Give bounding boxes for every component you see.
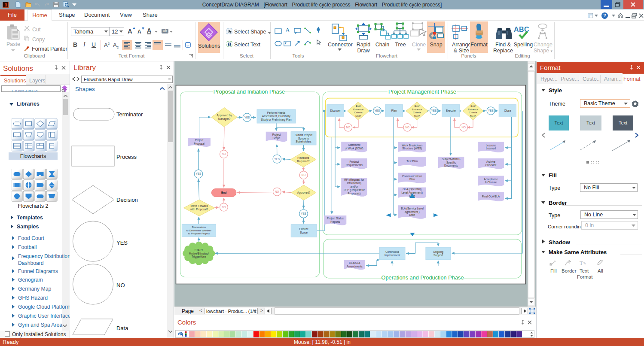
svg-text:Criteria: Criteria <box>354 111 363 114</box>
svg-text:Revisions: Revisions <box>297 156 309 159</box>
svg-text:Criteria: Criteria <box>413 111 421 114</box>
svg-text:Scope: Scope <box>300 231 308 234</box>
svg-text:Criteria: Criteria <box>469 111 477 114</box>
svg-text:Acceptance: Acceptance <box>484 178 498 181</box>
svg-text:RFI (Request for: RFI (Request for <box>344 178 364 182</box>
svg-text:Ongoing: Ongoing <box>433 250 443 254</box>
svg-text:Checklist: Checklist <box>485 164 497 167</box>
svg-text:YES: YES <box>244 116 250 119</box>
svg-text:Test Plan: Test Plan <box>406 160 418 163</box>
svg-text:Approved by: Approved by <box>217 114 232 117</box>
svg-text:& Closure: & Closure <box>485 181 497 184</box>
svg-text:Final OLA/SLA: Final OLA/SLA <box>482 195 500 198</box>
svg-text:Met?: Met? <box>355 115 361 117</box>
svg-text:Execute: Execute <box>446 109 456 112</box>
svg-text:NO: NO <box>275 190 279 193</box>
svg-text:Amendments: Amendments <box>347 265 363 268</box>
svg-text:Entrance: Entrance <box>468 108 479 111</box>
svg-text:YES: YES <box>488 109 494 112</box>
svg-text:Structure (WBS): Structure (WBS) <box>402 147 422 150</box>
svg-text:Move Forward: Move Forward <box>190 204 208 207</box>
svg-text:NO: NO <box>461 126 466 129</box>
svg-text:and/or: and/or <box>350 185 358 188</box>
svg-text:with Proposal?: with Proposal? <box>190 208 208 211</box>
svg-text:Entrance: Entrance <box>412 108 423 111</box>
svg-text:Product: Product <box>350 160 359 163</box>
svg-text:Work Breakdown: Work Breakdown <box>402 144 422 147</box>
svg-text:Proposals): Proposals) <box>348 192 360 195</box>
svg-text:Perform Needs: Perform Needs <box>267 111 285 114</box>
svg-text:Scope to: Scope to <box>298 137 309 140</box>
svg-text:Specific: Specific <box>446 161 456 164</box>
svg-text:Documents: Documents <box>444 164 458 167</box>
svg-text:Lessons: Lessons <box>486 144 496 147</box>
svg-text:to Propose Project: to Propose Project <box>188 232 210 235</box>
svg-text:Exit/: Exit/ <box>356 105 361 107</box>
svg-text:NO: NO <box>346 126 351 129</box>
svg-text:End: End <box>221 191 227 194</box>
svg-text:SLA (Service Level: SLA (Service Level <box>401 207 424 210</box>
svg-text:Learned: Learned <box>486 147 496 150</box>
svg-text:Plan: Plan <box>409 178 415 181</box>
svg-text:Proposal: Proposal <box>194 142 204 146</box>
svg-text:Archive: Archive <box>486 160 495 163</box>
svg-text:NO: NO <box>302 173 306 176</box>
svg-text:Assessment, Feasibility: Assessment, Feasibility <box>262 115 291 118</box>
svg-text:Reports: Reports <box>330 220 340 224</box>
svg-text:Exit/: Exit/ <box>470 105 476 107</box>
svg-text:Exit/: Exit/ <box>415 105 420 107</box>
svg-text:YES: YES <box>274 158 280 161</box>
svg-text:Project: Project <box>272 133 281 137</box>
svg-text:YES: YES <box>301 212 306 215</box>
svg-text:Plan: Plan <box>391 109 397 112</box>
svg-text:Motive/Stimulus/: Motive/Stimulus/ <box>189 252 209 255</box>
svg-text:Entrance: Entrance <box>353 108 364 111</box>
svg-text:NO: NO <box>222 152 226 155</box>
svg-text:Approved?: Approved? <box>297 191 311 194</box>
svg-text:to Determine whether: to Determine whether <box>186 229 211 232</box>
svg-text:Proposal and Initiation Phase: Proposal and Initiation Phase <box>214 88 285 95</box>
svg-text:Communications: Communications <box>402 175 422 178</box>
svg-text:Continuous: Continuous <box>385 250 399 253</box>
svg-text:RFP (Request for: RFP (Request for <box>344 188 365 192</box>
svg-text:Project Status: Project Status <box>327 217 344 220</box>
svg-text:YES: YES <box>196 172 201 175</box>
svg-text:START: START <box>195 249 203 252</box>
svg-text:Discover: Discover <box>330 109 341 112</box>
svg-text:Manager?: Manager? <box>218 117 231 121</box>
svg-text:OLA (Operating: OLA (Operating <box>403 188 421 191</box>
svg-text:YES: YES <box>375 109 380 112</box>
svg-text:Finalize: Finalize <box>299 228 308 231</box>
svg-text:Met?: Met? <box>414 115 420 117</box>
svg-text:Required?: Required? <box>297 160 310 163</box>
svg-text:Support: Support <box>433 254 443 257</box>
svg-text:Scope: Scope <box>273 137 281 140</box>
svg-text:Project Management Phase: Project Management Phase <box>388 88 456 95</box>
svg-text:Agreement ): Agreement ) <box>405 210 420 214</box>
svg-text:NO: NO <box>405 126 409 129</box>
svg-text:Draft: Draft <box>409 213 415 216</box>
svg-text:Information): Information) <box>347 182 362 185</box>
svg-text:Improvement: Improvement <box>385 254 400 257</box>
svg-text:Subject-Matter-: Subject-Matter- <box>442 158 461 161</box>
svg-text:Statement: Statement <box>348 143 360 146</box>
svg-text:Requirements: Requirements <box>346 164 363 167</box>
svg-text:Discussions: Discussions <box>192 225 206 228</box>
svg-text:Trigger/Idea: Trigger/Idea <box>192 255 206 258</box>
svg-text:NO: NO <box>222 206 226 209</box>
svg-text:Submit Project: Submit Project <box>295 134 312 137</box>
svg-text:Study or Preliminary Plan: Study or Preliminary Plan <box>261 118 292 121</box>
svg-text:YES: YES <box>431 109 436 112</box>
svg-text:Close: Close <box>504 109 511 112</box>
svg-text:Project: Project <box>195 139 204 142</box>
svg-text:Stakeholders: Stakeholders <box>296 140 311 143</box>
svg-text:of Work (SOW): of Work (SOW) <box>345 147 363 150</box>
svg-text:Met?: Met? <box>470 115 476 117</box>
svg-text:OLA/SLA: OLA/SLA <box>349 261 360 264</box>
svg-text:Operations and Production Phas: Operations and Production Phase <box>381 274 464 281</box>
